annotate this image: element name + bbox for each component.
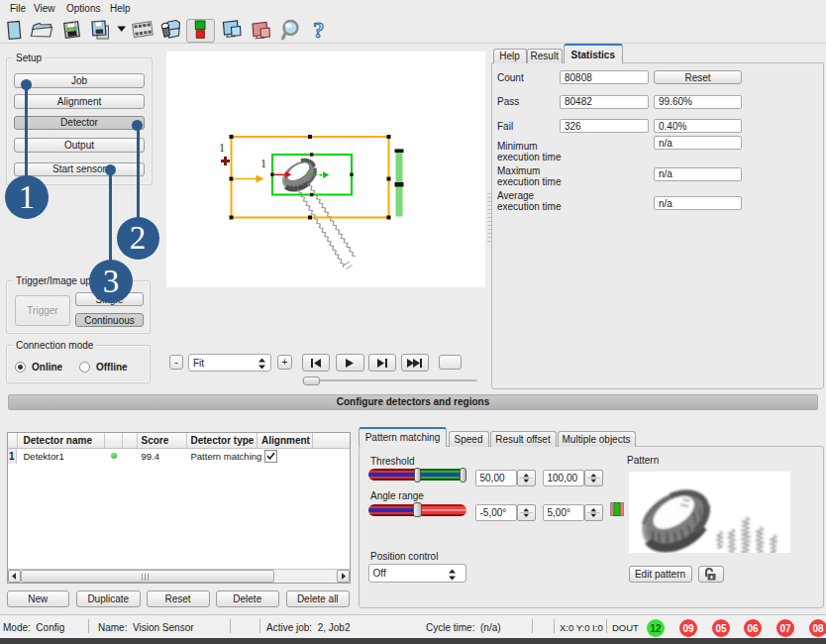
svg-text:1: 1 bbox=[260, 157, 266, 170]
svg-text:1: 1 bbox=[219, 141, 225, 155]
svg-text:?: ? bbox=[313, 18, 325, 43]
